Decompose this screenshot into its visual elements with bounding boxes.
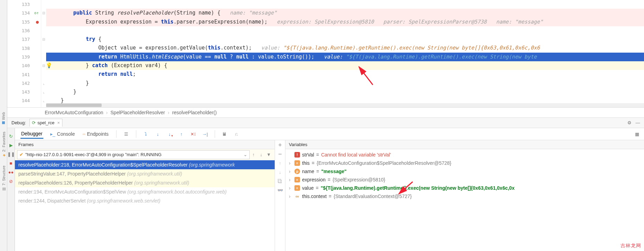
- variable-row[interactable]: ›≡this = {ErrorMvcAutoConfiguration$Spel…: [285, 159, 644, 167]
- run-to-cursor-icon[interactable]: →|: [202, 131, 208, 137]
- variable-row[interactable]: ›≡expression = {SpelExpression@5810}: [285, 176, 644, 184]
- debug-label: Debug:: [11, 120, 26, 125]
- hide-icon[interactable]: —: [635, 120, 641, 126]
- variable-row[interactable]: ›∞this.context = {StandardEvaluationCont…: [285, 192, 644, 200]
- frame-item[interactable]: render:1244, DispatcherServlet (org.spri…: [15, 196, 275, 205]
- debug-left-toolbar: ↻ ▶ ❚❚ ■ ●● ⊘: [7, 123, 15, 251]
- evaluate-icon[interactable]: 🖩: [222, 131, 227, 137]
- variable-row[interactable]: !strVal = Cannot find local variable 'st…: [285, 151, 644, 159]
- scrollbar-thumb[interactable]: [46, 104, 102, 107]
- resume-icon[interactable]: ▶: [8, 142, 14, 148]
- debug-run-tab[interactable]: ⟳ spel_rce ×: [29, 119, 62, 127]
- variable-row[interactable]: ›≡value = "${T(java.lang.Runtime).getRun…: [285, 184, 644, 192]
- move-up-icon[interactable]: ↑: [277, 160, 283, 166]
- run-config-icon: ⟳: [32, 120, 36, 125]
- threads-icon[interactable]: ☰: [123, 131, 129, 137]
- chevron-down-icon[interactable]: ⌄: [243, 152, 247, 157]
- copy-icon[interactable]: ⿻: [277, 178, 283, 184]
- settings-icon[interactable]: ⚙: [627, 120, 632, 126]
- frame-item[interactable]: parseStringValue:147, PropertyPlaceholde…: [15, 169, 275, 178]
- frame-item[interactable]: resolvePlaceholder:218, ErrorMvcAutoConf…: [15, 160, 275, 169]
- tab-endpoints[interactable]: ⎓Endpoints: [82, 130, 109, 138]
- debug-tool-window-header: Debug: ⟳ spel_rce × ⚙ —: [7, 118, 644, 128]
- watermark: 吉林龙网: [620, 243, 641, 249]
- pause-icon[interactable]: ❚❚: [8, 151, 14, 157]
- tool-tab-favorites[interactable]: ★2: Favorites: [1, 130, 7, 159]
- endpoints-icon: ⎓: [83, 131, 85, 137]
- console-icon: ▸_: [50, 131, 55, 137]
- variable-list[interactable]: !strVal = Cannot find local variable 'st…: [285, 149, 644, 251]
- stop-icon[interactable]: ■: [8, 160, 14, 166]
- watches-icon[interactable]: 👓: [277, 187, 283, 193]
- move-down-icon[interactable]: ↓: [277, 169, 283, 175]
- tab-console[interactable]: ▸_Console: [50, 130, 76, 138]
- thread-selector-row: ✔ "http-nio-127.0.0.1-9091-exec-3"@4,909…: [15, 149, 275, 160]
- variables-toolbar: + − ↑ ↓ ⿻ 👓: [275, 140, 285, 251]
- variables-header: Variables: [285, 140, 644, 149]
- mute-breakpoints-icon[interactable]: ⊘: [8, 178, 14, 184]
- fold-column[interactable]: ⊟⊟⊟⌞⌞⌞: [41, 0, 46, 107]
- breadcrumb-item[interactable]: SpelPlaceholderResolver: [108, 110, 168, 115]
- force-step-into-icon[interactable]: ↓▾: [167, 131, 172, 137]
- frame-item[interactable]: replacePlaceholders:126, PropertyPlaceho…: [15, 178, 275, 187]
- layout-icon[interactable]: ▦: [634, 131, 640, 137]
- breadcrumb-item[interactable]: resolvePlaceholder(): [169, 110, 219, 115]
- check-icon: ✔: [19, 152, 23, 157]
- thread-selector[interactable]: ✔ "http-nio-127.0.0.1-9091-exec-3"@4,909…: [17, 150, 250, 159]
- variable-row[interactable]: ›pname = "message": [285, 167, 644, 176]
- breadcrumb-item[interactable]: ErrorMvcAutoConfiguration: [42, 110, 106, 115]
- code-area[interactable]: public String resolvePlaceholder(String …: [46, 0, 644, 107]
- frames-header: Frames: [15, 140, 275, 149]
- frame-item[interactable]: render:194, ErrorMvcAutoConfiguration$Sp…: [15, 187, 275, 196]
- variables-panel: Variables !strVal = Cannot find local va…: [285, 140, 644, 251]
- frame-list[interactable]: resolvePlaceholder:218, ErrorMvcAutoConf…: [15, 160, 275, 251]
- step-over-icon[interactable]: ⤵: [143, 131, 149, 137]
- horizontal-scrollbar[interactable]: [46, 103, 644, 107]
- debug-panels: Frames ✔ "http-nio-127.0.0.1-9091-exec-3…: [15, 140, 644, 251]
- code-editor[interactable]: 133134o↑135●136137138139140141142143144 …: [7, 0, 644, 107]
- prev-frame-icon[interactable]: ↑: [250, 152, 257, 157]
- tool-tab-structure[interactable]: ▤7: Structure: [1, 164, 7, 193]
- trace-icon[interactable]: ⎌: [234, 131, 239, 137]
- step-out-icon[interactable]: ↑: [179, 131, 184, 137]
- tab-debugger[interactable]: Debugger: [20, 129, 43, 139]
- step-into-icon[interactable]: ↓: [155, 131, 161, 137]
- next-frame-icon[interactable]: ↓: [257, 152, 265, 157]
- remove-watch-icon[interactable]: −: [277, 151, 283, 157]
- filter-icon[interactable]: ▼: [265, 152, 273, 157]
- rerun-icon[interactable]: ↻: [8, 133, 14, 139]
- frames-panel: Frames ✔ "http-nio-127.0.0.1-9091-exec-3…: [15, 140, 275, 251]
- new-watch-icon[interactable]: +: [277, 142, 283, 148]
- debug-toolbar: Debugger ▸_Console ⎓Endpoints ☰ ⤵ ↓ ↓▾ ↑…: [15, 128, 644, 140]
- tool-window-strip-left: Web ★2: Favorites ▤7: Structure: [0, 0, 7, 251]
- view-breakpoints-icon[interactable]: ●●: [8, 169, 14, 175]
- editor-gutter: 133134o↑135●136137138139140141142143144: [7, 0, 41, 107]
- close-tab-icon[interactable]: ×: [57, 120, 60, 125]
- drop-frame-icon[interactable]: ✕⁞: [190, 131, 196, 137]
- tool-tab-web[interactable]: Web: [1, 111, 6, 125]
- breadcrumb: ErrorMvcAutoConfiguration› SpelPlacehold…: [7, 107, 644, 118]
